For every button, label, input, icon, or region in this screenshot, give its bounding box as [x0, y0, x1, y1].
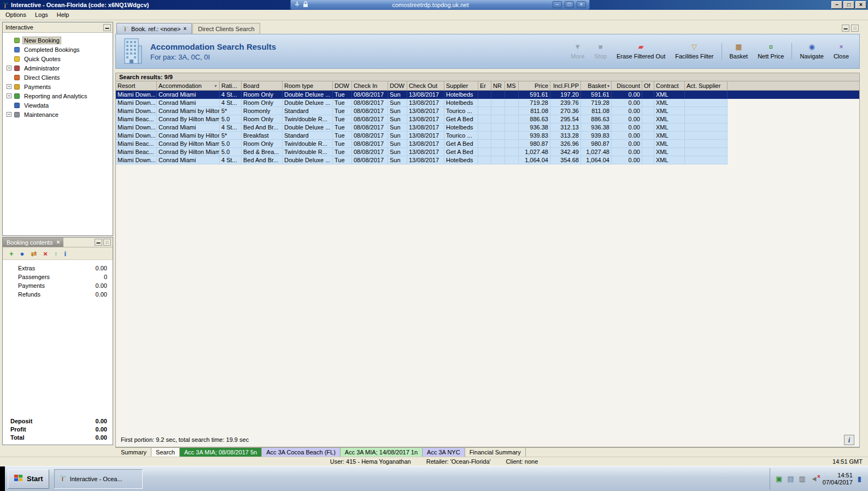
pin-icon[interactable] — [294, 1, 300, 8]
table-row[interactable]: Miami Beac... Conrad By Hilton Miami 5.0… — [116, 140, 859, 148]
column-header-basket[interactable]: Basket▾ — [581, 81, 612, 90]
table-row[interactable]: Miami Down... Conrad Miami 4 St... Room … — [116, 99, 859, 107]
bottom-tab[interactable]: Acc 3A MIA; 14/08/2017 1n — [341, 448, 423, 457]
bottom-tab[interactable]: Acc 3A NYC — [423, 448, 465, 457]
column-header-dow-in[interactable]: DOW — [333, 81, 352, 90]
cell-incl-fl-pp: 326.96 — [550, 140, 581, 148]
toolbar-button[interactable]: ▽ Facilities Filter — [670, 43, 722, 60]
tray-network-icon[interactable]: ▤ — [787, 475, 794, 482]
table-row[interactable]: Miami Down... Conrad Miami by Hilton 5* … — [116, 132, 859, 140]
toolbar-button[interactable]: ▦ Basket — [725, 43, 753, 60]
expand-plus-icon[interactable]: + — [7, 112, 11, 117]
rdp-close-button[interactable]: × — [577, 1, 586, 8]
cell-board: Bed & Brea... — [242, 148, 283, 156]
column-header-resort[interactable]: Resort — [116, 81, 157, 90]
sidebar-item[interactable]: + Payments — [3, 82, 113, 91]
column-header-discount[interactable]: Discount — [612, 81, 642, 90]
bottom-tab[interactable]: Summary — [116, 448, 151, 457]
column-header-nr[interactable]: NR — [491, 81, 505, 90]
table-row[interactable]: Miami Beac... Conrad By Hilton Miami 5.0… — [116, 115, 859, 123]
cell-dow-in: Tue — [333, 91, 352, 99]
toolbar-button[interactable]: ◉ Navigate — [795, 43, 828, 60]
panel-maximize-icon[interactable]: □ — [103, 239, 111, 246]
cell-price: 1,027.48 — [519, 148, 550, 156]
sidebar-item[interactable]: + Direct Clients — [3, 73, 113, 82]
booking-contents-tool-icon[interactable]: ↑ — [54, 250, 58, 257]
sidebar-item[interactable]: + Quick Quotes — [3, 54, 113, 63]
column-header-er[interactable]: Er — [478, 81, 491, 90]
toolbar-button[interactable]: ▼ More — [566, 43, 589, 60]
tray-volume-muted-icon[interactable]: ◄× — [811, 475, 818, 482]
cell-basket: 980.87 — [581, 140, 612, 148]
sidebar-item[interactable]: + Reporting and Analytics — [3, 91, 113, 100]
bottom-tab[interactable]: Search — [151, 448, 180, 457]
menu-item[interactable]: Help — [52, 10, 74, 19]
tab-booking-ref[interactable]: Book. ref.: <none> × — [116, 23, 192, 34]
booking-contents-tool-icon[interactable]: ● — [20, 250, 25, 257]
menu-item[interactable]: Options — [1, 10, 31, 19]
cell-resort: Miami Down... — [116, 99, 157, 107]
column-header-check-out[interactable]: Check Out — [407, 81, 444, 90]
column-header-check-in[interactable]: Check In — [352, 81, 388, 90]
booking-contents-tool-icon[interactable]: + — [9, 250, 14, 257]
column-header-dow-out[interactable]: DOW — [388, 81, 407, 90]
booking-contents-tool-icon[interactable]: ⇄ — [31, 250, 37, 257]
toolbar-button[interactable]: ■ Stop — [589, 43, 612, 60]
start-button[interactable]: Start — [8, 469, 49, 489]
column-header-room-type[interactable]: Room type — [283, 81, 333, 90]
column-header-incl-fl-pp[interactable]: Incl.Fl.PP — [550, 81, 581, 90]
sidebar-item[interactable]: + New Booking — [3, 36, 113, 45]
table-row[interactable]: Miami Down... Conrad Miami by Hilton 5* … — [116, 107, 859, 115]
filter-funnel-icon[interactable]: ▼ — [212, 84, 218, 88]
toolbar-button[interactable]: ¤ Nett Price — [753, 43, 792, 60]
column-header-supplier[interactable]: Supplier — [444, 81, 478, 90]
rdp-minimize-button[interactable]: – — [553, 1, 562, 8]
column-header-of[interactable]: Of — [642, 81, 654, 90]
tray-app-icon[interactable]: ▣ — [776, 475, 782, 482]
column-header-ms[interactable]: MS — [505, 81, 519, 90]
booking-contents-tool-icon[interactable]: × — [43, 250, 48, 257]
toolbar-button[interactable]: ▰ Erase Filtered Out — [612, 43, 670, 60]
cell-incl-fl-pp: 239.76 — [550, 99, 581, 107]
panel-minimize-icon[interactable]: ▬ — [95, 239, 102, 246]
taskbar-app-button[interactable]: Interactive - Ocea... — [54, 469, 143, 489]
cell-dow-in: Tue — [333, 115, 352, 123]
tray-edge-icon[interactable]: ▮ — [858, 475, 861, 482]
booking-contents-tool-icon[interactable]: i — [64, 250, 66, 257]
rdp-restore-button[interactable]: □ — [565, 1, 574, 8]
sidebar-item[interactable]: + Viewdata — [3, 100, 113, 110]
booking-contents-caption[interactable]: Booking contents × — [3, 238, 63, 247]
menu-item[interactable]: Logs — [31, 10, 52, 19]
window-minimize-button[interactable]: – — [831, 1, 842, 9]
table-row[interactable]: Miami Down... Conrad Miami 4 St... Bed A… — [116, 123, 859, 132]
column-header-accommodation[interactable]: Accommodation▼ — [157, 81, 220, 90]
table-row[interactable]: Miami Beac... Conrad By Hilton Miami 5.0… — [116, 148, 859, 156]
column-header-price[interactable]: Price — [519, 81, 550, 90]
mdi-restore-icon[interactable]: □ — [851, 25, 859, 32]
sidebar-item[interactable]: + Maintenance — [3, 110, 113, 119]
window-restore-button[interactable]: □ — [843, 1, 854, 9]
bottom-tab[interactable]: Acc 3A MIA; 08/08/2017 5n — [180, 448, 262, 457]
panel-collapse-icon[interactable]: ▬ — [103, 24, 111, 31]
table-row[interactable]: Miami Down... Conrad Miami 4 St... Bed A… — [116, 156, 859, 164]
sidebar-item[interactable]: + Administrator — [3, 63, 113, 73]
window-close-button[interactable]: × — [855, 1, 866, 9]
mdi-minimize-icon[interactable]: ▬ — [842, 25, 849, 32]
tray-printer-icon[interactable]: ▥ — [799, 475, 806, 482]
sidebar-item[interactable]: + Completed Bookings — [3, 45, 113, 54]
tab-close-icon[interactable]: × — [184, 26, 187, 32]
column-header-rating[interactable]: Rati... — [220, 81, 242, 90]
bottom-tab[interactable]: Financial Summary — [465, 448, 526, 457]
table-row[interactable]: Miami Down... Conrad Miami 4 St... Room … — [116, 91, 859, 99]
bottom-tab[interactable]: Acc 3A Cocoa Beach (FL) — [262, 448, 341, 457]
toolbar-button[interactable]: × Close — [829, 43, 854, 60]
tab-direct-clients-search[interactable]: Direct Clients Search — [192, 23, 260, 34]
panel-close-icon[interactable]: × — [56, 239, 60, 245]
column-header-contract[interactable]: Contract — [654, 81, 685, 90]
expand-plus-icon[interactable]: + — [7, 93, 11, 98]
column-header-act-supplier[interactable]: Act. Supplier — [685, 81, 728, 90]
expand-plus-icon[interactable]: + — [7, 66, 11, 70]
expand-plus-icon[interactable]: + — [7, 84, 11, 89]
info-button[interactable]: i — [844, 435, 854, 445]
column-header-board[interactable]: Board — [242, 81, 283, 90]
